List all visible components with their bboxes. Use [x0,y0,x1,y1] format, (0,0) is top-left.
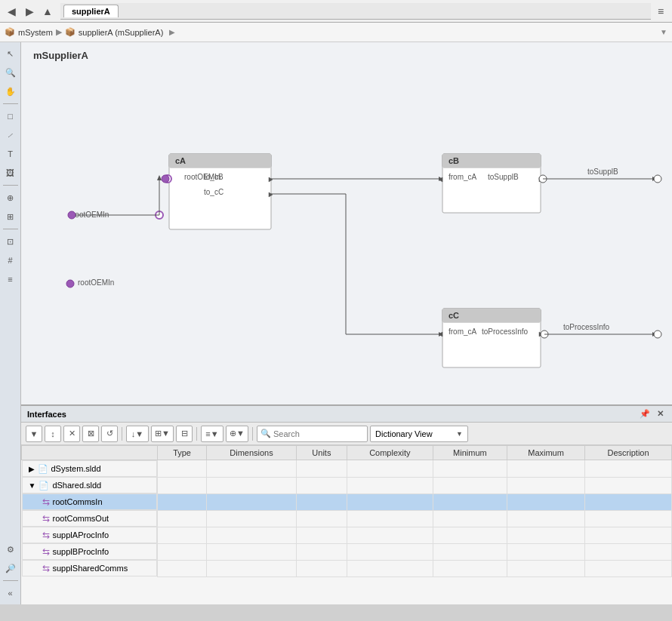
sidebar-btn-props[interactable]: ⚙ [2,541,19,558]
col-complexity: Complexity [347,446,433,460]
svg-text:to_cC: to_cC [204,188,223,196]
panel-sep-2 [196,427,197,441]
panel-add-btn[interactable]: ▼ [26,426,42,442]
table-row[interactable]: ⇆supplSharedComms [22,560,672,576]
cell-complexity [347,527,433,543]
table-row[interactable]: ⇆supplAProcInfo [22,527,672,543]
table-row[interactable]: ▶📄dSystem.sldd [22,460,672,478]
breadcrumb-sep-1: ▶ [56,27,62,37]
svg-point-45 [654,175,661,183]
search-input[interactable] [273,429,364,438]
svg-point-9 [164,175,171,183]
panel-search-box[interactable]: 🔍 [257,426,368,442]
back-button[interactable]: ◀ [3,3,20,20]
tree-expand-icon[interactable]: ▼ [29,481,36,490]
panel-close-btn[interactable]: ✕ [654,408,666,420]
cell-dimensions [207,560,297,576]
cell-complexity [347,560,433,576]
row-label: rootCommsOut [53,514,109,523]
cell-minimum [433,460,507,478]
svg-rect-22 [442,309,541,322]
panel-toolbar: ▼ ↕ ✕ ⊠ ↺ ↓▼ ⊞▼ ⊟ ≡▼ ⊕▼ 🔍 Dictionary Vie… [21,423,672,445]
svg-rect-1 [169,154,271,168]
table-row[interactable]: ⇆supplBProcInfo [22,543,672,560]
cell-units [296,543,347,560]
table-row[interactable]: ⇆rootCommsOut [22,510,672,527]
cell-type [158,543,207,560]
forward-button[interactable]: ▶ [21,3,38,20]
panel-sort-btn[interactable]: ↕ [45,426,61,442]
table-row[interactable]: ⇆rootCommsIn [22,493,672,510]
panel-import-btn[interactable]: ↓▼ [126,426,149,442]
menu-button[interactable]: ≡ [652,3,669,20]
sidebar-collapse-btn[interactable]: « [2,585,19,601]
sidebar-btn-layers[interactable]: ≡ [2,271,19,287]
up-button[interactable]: ▲ [39,3,56,20]
svg-marker-48 [652,332,656,337]
tree-expand-icon[interactable]: ▶ [29,465,35,473]
main-tab[interactable]: supplierA [63,5,119,17]
sidebar-btn-img[interactable]: 🖼 [2,164,19,181]
svg-text:rootOEMIn: rootOEMIn [72,211,109,219]
panel-pin-btn[interactable]: 📌 [639,408,651,420]
row-label: rootCommsIn [53,497,103,506]
bus-icon: ⇆ [42,513,50,524]
sidebar-btn-pan[interactable]: ✋ [2,83,19,100]
cell-units [296,510,347,527]
cell-dimensions [207,493,297,510]
panel-header-left: Interfaces [27,410,66,419]
breadcrumb-expand[interactable]: ▶ [169,28,175,36]
cell-description [585,493,672,510]
sidebar-btn-port[interactable]: ⊕ [2,189,19,206]
table-row[interactable]: ▼📄dShared.sldd [22,477,672,493]
cell-dimensions [207,510,297,527]
cell-dimensions [207,543,297,560]
panel-table[interactable]: Type Dimensions Units Complexity Minimum… [21,445,672,604]
svg-marker-34 [157,175,162,180]
sidebar-btn-grid[interactable]: # [2,252,19,269]
sidebar-btn-select[interactable]: ↖ [2,45,19,62]
panel-filter-btn[interactable]: ⊠ [82,426,99,442]
panel-refresh-btn[interactable]: ↺ [101,426,118,442]
cell-maximum [507,510,585,527]
cell-complexity [347,460,433,478]
panel-delete-btn[interactable]: ✕ [63,426,80,442]
sidebar-btn-text[interactable]: T [2,146,19,162]
cell-maximum [507,493,585,510]
panel-cols-btn[interactable]: ≡▼ [201,426,223,442]
breadcrumb-item-1[interactable]: mSystem [18,28,53,37]
svg-point-49 [654,330,661,338]
svg-rect-11 [442,154,541,213]
sidebar-btn-subsys[interactable]: ⊞ [2,208,19,225]
svg-text:cB: cB [449,156,459,165]
svg-text:rootOEMIn: rootOEMIn [78,278,114,287]
cell-units [296,493,347,510]
svg-marker-16 [439,177,442,182]
panel-view-btn[interactable]: ⊞▼ [151,426,174,442]
svg-marker-5 [269,177,273,182]
cell-description [585,560,672,576]
sidebar-btn-line[interactable]: ⟋ [2,127,19,143]
breadcrumb-dropdown[interactable]: ▼ [660,28,667,36]
cell-units [296,477,347,493]
cell-dimensions [207,527,297,543]
col-minimum: Minimum [433,446,507,460]
sidebar-btn-box[interactable]: □ [2,108,19,125]
search-icon: 🔍 [260,429,271,438]
sidebar-btn-explorer[interactable]: 🔎 [2,560,19,576]
col-description: Description [585,446,672,460]
chevron-down-icon: ▼ [456,430,463,438]
breadcrumb-item-2[interactable]: supplierA (mSupplierA) [79,28,164,37]
sidebar-btn-zoom[interactable]: 🔍 [2,64,19,81]
cell-description [585,477,672,493]
row-label: supplAProcInfo [53,530,109,540]
panel-export-btn[interactable]: ⊟ [176,426,193,442]
cell-minimum [433,527,507,543]
panel-sep-3 [252,427,253,441]
view-dropdown[interactable]: Dictionary View ▼ [370,426,468,442]
svg-rect-0 [169,154,271,229]
panel-group-btn[interactable]: ⊕▼ [226,426,248,442]
cell-units [296,560,347,576]
sidebar-btn-fit[interactable]: ⊡ [2,233,19,250]
svg-marker-7 [269,192,273,197]
